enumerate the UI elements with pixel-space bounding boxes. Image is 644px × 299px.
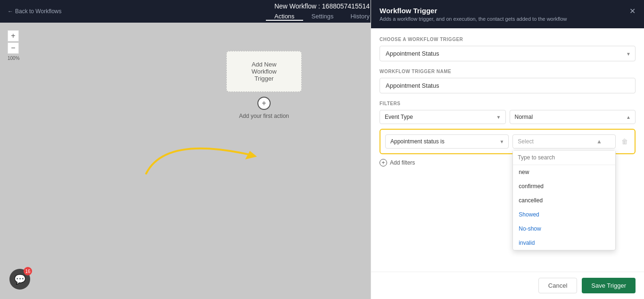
chat-icon: 💬 xyxy=(14,274,26,285)
add-action-circle[interactable]: + xyxy=(257,97,271,110)
status-value-arrow-icon: ▲ xyxy=(596,138,602,145)
svg-marker-0 xyxy=(245,151,257,159)
status-value-wrapper: Select ▲ new confirmed cancelled Showed … xyxy=(512,134,616,149)
notification-count: 16 xyxy=(24,267,32,275)
trigger-select-wrapper: Appointment Status ▼ xyxy=(380,46,636,61)
back-label: Back to Workflows xyxy=(15,8,61,15)
status-value-placeholder: Select xyxy=(518,138,533,145)
panel-title: Workflow Trigger xyxy=(380,7,567,15)
trigger-box-line1: Add New Workflow xyxy=(241,61,287,75)
status-option-cancelled[interactable]: cancelled xyxy=(513,193,615,208)
trigger-box[interactable]: Add New Workflow Trigger xyxy=(226,51,302,92)
event-type-row: Event Type ▼ Normal ▲ xyxy=(380,110,636,124)
event-type-value-wrapper: Normal ▲ xyxy=(510,110,636,124)
filters-label: FILTERS xyxy=(380,101,636,106)
event-type-value-select[interactable]: Normal xyxy=(510,110,636,124)
panel-close-button[interactable]: ✕ xyxy=(629,7,636,16)
panel-footer: Cancel Save Trigger xyxy=(371,272,644,299)
save-trigger-button[interactable]: Save Trigger xyxy=(582,278,636,293)
tab-settings[interactable]: Settings xyxy=(303,11,342,21)
zoom-controls: + − 100% xyxy=(8,30,20,61)
status-option-no-show[interactable]: No-show xyxy=(513,222,615,236)
choose-trigger-label: CHOOSE A WORKFLOW TRIGGER xyxy=(380,37,636,42)
workflow-title: New Workflow : 1688057415514 xyxy=(274,2,370,10)
status-search-input[interactable] xyxy=(513,150,615,165)
top-tabs: Actions Settings History xyxy=(266,11,378,21)
status-dropdown-panel: new confirmed cancelled Showed No-show i… xyxy=(512,150,616,250)
filter-condition-select-wrapper: Appointment status is ▼ xyxy=(385,134,509,149)
add-filters-label: Add filters xyxy=(390,159,415,166)
notification-badge[interactable]: 💬 16 xyxy=(9,269,30,290)
panel-header: Workflow Trigger Adds a workflow trigger… xyxy=(371,0,644,28)
status-option-showed[interactable]: Showed xyxy=(513,208,615,222)
status-option-confirmed[interactable]: confirmed xyxy=(513,179,615,193)
status-value-trigger[interactable]: Select ▲ xyxy=(512,134,616,149)
tab-actions[interactable]: Actions xyxy=(266,11,303,21)
arrow-annotation xyxy=(118,117,269,192)
panel-header-content: Workflow Trigger Adds a workflow trigger… xyxy=(380,7,567,22)
back-to-workflows-link[interactable]: ← Back to Workflows xyxy=(8,8,61,15)
panel-body: CHOOSE A WORKFLOW TRIGGER Appointment St… xyxy=(371,28,644,272)
event-type-select-wrapper: Event Type ▼ xyxy=(380,110,506,124)
filter-delete-button[interactable]: 🗑 xyxy=(619,136,630,147)
filter-condition-select[interactable]: Appointment status is xyxy=(385,134,509,149)
back-arrow-icon: ← xyxy=(8,8,13,15)
top-bar-center: New Workflow : 1688057415514 Actions Set… xyxy=(266,2,378,21)
zoom-out-button[interactable]: − xyxy=(8,42,19,54)
add-filters-icon: + xyxy=(380,159,387,166)
status-option-new[interactable]: new xyxy=(513,165,615,179)
trigger-name-label: WORKFLOW TRIGGER NAME xyxy=(380,69,636,74)
cancel-button[interactable]: Cancel xyxy=(538,278,577,293)
filter-status-row: Appointment status is ▼ Select ▲ new con… xyxy=(385,134,630,149)
filter-highlight-box: Appointment status is ▼ Select ▲ new con… xyxy=(380,129,636,154)
add-action-label: Add your first action xyxy=(239,113,289,119)
workflow-node: Add New Workflow Trigger + Add your firs… xyxy=(226,51,302,119)
trigger-box-line2: Trigger xyxy=(241,75,287,82)
status-option-invalid[interactable]: invalid xyxy=(513,236,615,250)
event-type-select[interactable]: Event Type xyxy=(380,110,506,124)
right-panel: Workflow Trigger Adds a workflow trigger… xyxy=(371,0,644,299)
zoom-level: 100% xyxy=(8,56,20,61)
panel-subtitle: Adds a workflow trigger, and on executio… xyxy=(380,16,567,22)
trigger-name-input[interactable] xyxy=(380,78,636,93)
zoom-in-button[interactable]: + xyxy=(8,30,19,42)
trigger-select[interactable]: Appointment Status xyxy=(380,46,636,61)
